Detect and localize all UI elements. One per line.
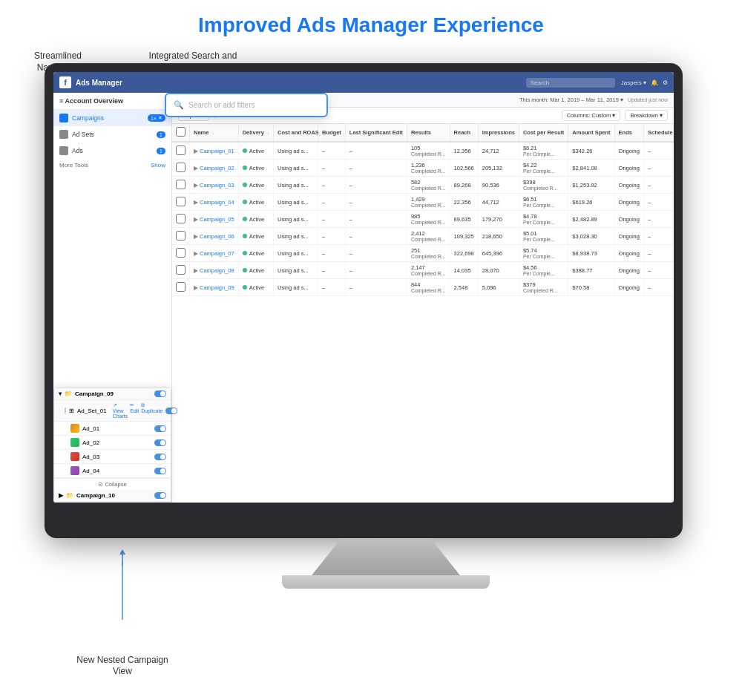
columns-button[interactable]: Columns: Custom ▾ bbox=[562, 110, 621, 121]
sidebar-item-ads[interactable]: Ads 1 bbox=[53, 143, 171, 159]
ad-03-name: Ad_03 bbox=[82, 454, 99, 460]
monitor-stand bbox=[312, 538, 460, 575]
adset-toggle[interactable] bbox=[165, 408, 177, 414]
row-checkbox[interactable] bbox=[176, 265, 186, 275]
row-results: 2,147Completed R... bbox=[407, 262, 450, 279]
account-overview-item[interactable]: ≡ Account Overview bbox=[53, 93, 171, 110]
nested-ad-01-row[interactable]: Ad_01 bbox=[54, 422, 171, 436]
row-expand[interactable]: ▶Campaign_06 bbox=[190, 228, 239, 245]
row-col-4: – bbox=[318, 211, 345, 228]
row-checkbox[interactable] bbox=[176, 180, 186, 189]
breakdown-button[interactable]: Breakdown ▾ bbox=[625, 110, 668, 121]
table-row[interactable]: ▶Campaign_08ActiveUsing ad s...––2,147Co… bbox=[172, 262, 674, 279]
ad-03-toggle[interactable] bbox=[154, 454, 166, 460]
table-row[interactable]: ▶Campaign_07ActiveUsing ad s...––251Comp… bbox=[172, 245, 674, 262]
ad-02-toggle[interactable] bbox=[154, 439, 166, 446]
nav-search-input[interactable]: Search bbox=[526, 78, 615, 88]
ad-04-toggle[interactable] bbox=[154, 468, 166, 474]
campaign-10-name: Campaign_10 bbox=[76, 492, 115, 499]
campaign-toggle[interactable] bbox=[154, 390, 166, 397]
row-checkbox[interactable] bbox=[176, 163, 186, 172]
table-row[interactable]: ▶Campaign_02ActiveUsing ad s...––1,236Co… bbox=[172, 160, 674, 177]
show-link[interactable]: Show bbox=[151, 162, 165, 169]
row-checkbox[interactable] bbox=[176, 248, 186, 258]
row-expand[interactable]: ▶Campaign_04 bbox=[190, 194, 239, 211]
nested-ad-03-row[interactable]: Ad_03 bbox=[54, 450, 171, 464]
nav-user[interactable]: Jaspers ▾ bbox=[621, 79, 646, 86]
nested-campaign-panel: ▾ 📁 Campaign_09 ⊞ Ad_Set_01 bbox=[53, 387, 171, 503]
ad-01-toggle[interactable] bbox=[154, 425, 166, 432]
th-amount-spent[interactable]: Amount Spent bbox=[568, 124, 614, 142]
th-results[interactable]: Results bbox=[407, 124, 450, 142]
row-col-end-2: – bbox=[643, 245, 674, 262]
sidebar-item-adsets[interactable]: Ad Sets 1 bbox=[53, 126, 171, 143]
row-expand[interactable]: ▶Campaign_07 bbox=[190, 245, 239, 262]
th-impressions[interactable]: Impressions bbox=[478, 124, 519, 142]
row-reach-1: 44,712 bbox=[478, 194, 519, 211]
ad-thumbnail-04 bbox=[70, 466, 79, 475]
row-checkbox[interactable] bbox=[176, 145, 186, 155]
nested-ad-04-row[interactable]: Ad_04 bbox=[54, 464, 171, 478]
nav-title: Ads Manager bbox=[76, 79, 122, 87]
table-row[interactable]: ▶Campaign_01ActiveUsing ad s...––105Comp… bbox=[172, 142, 674, 160]
th-reach[interactable]: Reach bbox=[450, 124, 478, 142]
facebook-logo: f bbox=[59, 76, 71, 88]
duplicate-link[interactable]: ⧉ Duplicate bbox=[141, 402, 162, 419]
row-expand[interactable]: ▶Campaign_05 bbox=[190, 211, 239, 228]
nested-ad-02-row[interactable]: Ad_02 bbox=[54, 436, 171, 450]
nav-bell-icon[interactable]: 🔔 bbox=[651, 79, 658, 86]
collapse-button[interactable]: ⊙ Collapse bbox=[54, 478, 171, 490]
th-ends[interactable]: Ends bbox=[614, 124, 643, 142]
table-row[interactable]: ▶Campaign_04ActiveUsing ad s...––1,429Co… bbox=[172, 194, 674, 211]
row-reach-0: 12,356 bbox=[450, 142, 478, 160]
row-reach-1: 28,070 bbox=[478, 262, 519, 279]
row-col-5: – bbox=[345, 279, 407, 296]
table-row[interactable]: ▶Campaign_05ActiveUsing ad s...––985Comp… bbox=[172, 211, 674, 228]
row-results: 105Completed R... bbox=[407, 142, 450, 160]
row-checkbox[interactable] bbox=[176, 214, 186, 223]
checkbox-adset[interactable] bbox=[65, 408, 66, 413]
badge-close-icon[interactable]: ✕ bbox=[158, 115, 162, 121]
row-delivery: Active bbox=[238, 211, 273, 228]
row-expand[interactable]: ▶Campaign_08 bbox=[190, 262, 239, 279]
row-col-end-2: – bbox=[643, 279, 674, 296]
th-schedule[interactable]: Schedule bbox=[643, 124, 674, 142]
th-budget[interactable]: Budget bbox=[318, 124, 345, 142]
row-delivery: Active bbox=[238, 177, 273, 194]
row-cost-per-result: $5.01Per Comple... bbox=[519, 228, 568, 245]
th-delivery[interactable]: Delivery ↕ bbox=[238, 124, 273, 142]
select-all-checkbox[interactable] bbox=[176, 127, 186, 137]
edit-link[interactable]: ✏ Edit bbox=[130, 402, 139, 419]
search-filter-bar[interactable]: 🔍 Search or add filters bbox=[165, 93, 328, 117]
row-expand[interactable]: ▶Campaign_09 bbox=[190, 279, 239, 296]
table-row[interactable]: ▶Campaign_06ActiveUsing ad s...––2,412Co… bbox=[172, 228, 674, 245]
table-row[interactable]: ▶Campaign_09ActiveUsing ad s...––844Comp… bbox=[172, 279, 674, 296]
nav-gear-icon[interactable]: ⚙ bbox=[663, 79, 668, 86]
view-charts-link[interactable]: ↗ View Charts bbox=[113, 402, 128, 419]
row-results: 985Completed R... bbox=[407, 211, 450, 228]
row-expand[interactable]: ▶Campaign_02 bbox=[190, 160, 239, 177]
nested-campaign-10-row[interactable]: ▶ 📁 Campaign_10 bbox=[54, 490, 171, 502]
nested-adset-01-row[interactable]: ⊞ Ad_Set_01 ↗ View Charts ✏ Edit ⧉ Dupli… bbox=[54, 400, 171, 422]
row-expand[interactable]: ▶Campaign_01 bbox=[190, 142, 239, 160]
th-name[interactable]: Name ↕ bbox=[190, 124, 239, 142]
row-col-4: – bbox=[318, 279, 345, 296]
th-cost-roas[interactable]: Cost and ROAS Controls bbox=[273, 124, 318, 142]
th-cost-per-result[interactable]: Cost per Result bbox=[519, 124, 568, 142]
row-checkbox[interactable] bbox=[176, 197, 186, 206]
row-col-4: – bbox=[318, 228, 345, 245]
sidebar: ≡ Account Overview Campaigns 1× ✕ bbox=[53, 93, 172, 503]
sidebar-item-campaigns[interactable]: Campaigns 1× ✕ bbox=[53, 110, 171, 126]
row-expand[interactable]: ▶Campaign_03 bbox=[190, 177, 239, 194]
row-checkbox[interactable] bbox=[176, 231, 186, 241]
th-last-edit[interactable]: Last Significant Edit bbox=[345, 124, 407, 142]
nested-campaign-09-row[interactable]: ▾ 📁 Campaign_09 bbox=[54, 388, 171, 400]
row-checkbox[interactable] bbox=[176, 282, 186, 292]
row-delivery: Active bbox=[238, 279, 273, 296]
monitor: f Ads Manager Search Jaspers ▾ 🔔 ⚙ 🔍 Sea… bbox=[45, 63, 727, 618]
campaign-10-toggle[interactable] bbox=[154, 492, 166, 499]
adsets-label: Ad Sets bbox=[72, 131, 94, 138]
name-sort-icon: ↕ bbox=[212, 131, 214, 135]
row-delivery: Active bbox=[238, 160, 273, 177]
table-row[interactable]: ▶Campaign_03ActiveUsing ad s...––582Comp… bbox=[172, 177, 674, 194]
